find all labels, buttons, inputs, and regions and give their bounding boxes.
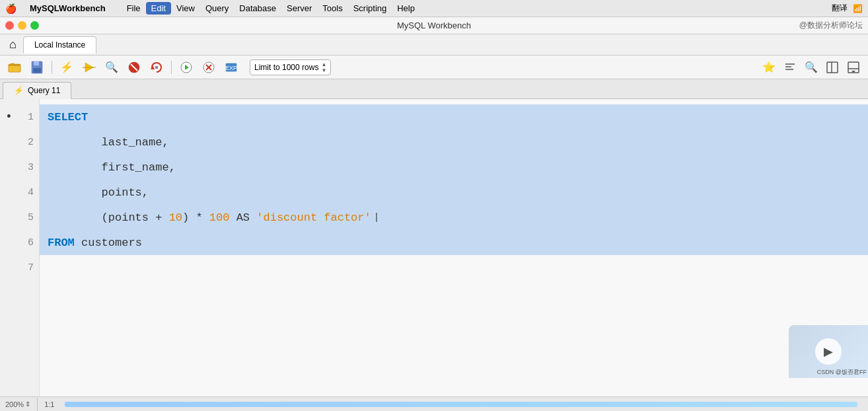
code-line-3: first_name, <box>40 155 868 180</box>
code-token-1-1: SELECT <box>48 111 88 124</box>
execute-sel-btn[interactable] <box>80 58 98 77</box>
limit-label: Limit to 1000 rows <box>254 63 318 72</box>
apple-logo: 🍎 <box>5 3 17 14</box>
code-token-5-3: ) * <box>182 211 209 224</box>
svg-marker-9 <box>151 65 155 69</box>
menu-edit[interactable]: Edit <box>146 2 171 15</box>
execute-all-btn[interactable]: ⚡ <box>57 58 76 77</box>
menu-file[interactable]: File <box>122 2 146 15</box>
code-token-5-4: 100 <box>209 211 230 224</box>
title-bar: MySQL Workbench @数据分析师论坛 <box>0 17 868 34</box>
favorite-btn[interactable]: ⭐ <box>760 58 778 77</box>
toolbar-right: ⭐ 🔍 <box>760 58 863 77</box>
tab-local-instance[interactable]: Local Instance <box>23 36 96 54</box>
close-button[interactable] <box>5 21 14 30</box>
translate-icon: 翻译 <box>832 3 848 14</box>
beautify-btn[interactable] <box>781 58 799 77</box>
menu-view[interactable]: View <box>171 2 200 15</box>
code-token-5-1: (points + <box>48 211 169 224</box>
menu-server[interactable]: Server <box>281 2 317 15</box>
svg-rect-3 <box>34 61 39 65</box>
output-toggle-btn[interactable] <box>844 58 863 77</box>
home-icon[interactable]: ⌂ <box>5 36 20 53</box>
menu-query[interactable]: Query <box>200 2 234 15</box>
explain-btn[interactable]: EXP <box>222 58 240 77</box>
query-tab-bar: ⚡ Query 11 <box>0 79 868 99</box>
line-num-7: 7 <box>0 255 39 280</box>
code-token-6-2: customers <box>75 237 142 249</box>
editor-area: 1 2 3 4 5 6 7 SELECT last_name, first_na… <box>0 99 868 396</box>
code-editor[interactable]: 1 2 3 4 5 6 7 SELECT last_name, first_na… <box>0 99 868 396</box>
zoom-control[interactable]: 200% ⇕ <box>5 400 30 408</box>
cursor-position: 1:1 <box>44 400 54 408</box>
cancel-btn[interactable] <box>199 58 218 77</box>
zoom-level: 200% <box>5 400 24 408</box>
code-token-2-1: last_name, <box>48 136 169 149</box>
line-num-2: 2 <box>0 130 39 155</box>
open-folder-btn[interactable] <box>5 58 24 77</box>
menu-help[interactable]: Help <box>392 2 420 15</box>
cursor-icon: | <box>374 212 379 223</box>
bottom-bar: 200% ⇕ 1:1 <box>0 396 868 411</box>
query-tab-11[interactable]: ⚡ Query 11 <box>3 82 71 99</box>
reconnect-btn[interactable] <box>147 58 166 77</box>
line-numbers: 1 2 3 4 5 6 7 <box>0 99 40 396</box>
menu-scripting[interactable]: Scripting <box>348 2 392 15</box>
svg-rect-1 <box>9 65 20 72</box>
code-token-5-5: AS <box>229 211 256 224</box>
line-num-1: 1 <box>0 104 39 130</box>
line-num-6: 6 <box>0 230 39 255</box>
line-num-5: 5 <box>0 205 39 230</box>
panel-toggle-btn[interactable] <box>823 58 842 77</box>
zoom-arrows[interactable]: ⇕ <box>25 400 30 408</box>
code-line-2: last_name, <box>40 130 868 155</box>
window-title: MySQL Workbench <box>397 20 471 30</box>
limit-arrows: ▲▼ <box>321 61 326 73</box>
code-token-3-1: first_name, <box>48 161 176 174</box>
wifi-icon: 📶 <box>853 4 863 13</box>
code-line-5: (points + 10) * 100 AS 'discount factor'… <box>40 205 868 230</box>
menu-database[interactable]: Database <box>234 2 281 15</box>
stop-btn[interactable] <box>125 58 143 77</box>
lightning-icon: ⚡ <box>14 86 24 95</box>
video-thumbnail[interactable]: ▶ CSDN @饭否君FF <box>789 325 868 378</box>
sql-toolbar: ⚡ 🔍 EXP Limit to 1000 rows ▲▼ ⭐ 🔍 <box>0 56 868 79</box>
play-button[interactable]: ▶ <box>815 338 842 365</box>
svg-rect-10 <box>155 66 158 69</box>
code-token-4-1: points, <box>48 186 149 199</box>
code-line-4: points, <box>40 180 868 205</box>
svg-rect-4 <box>33 68 41 73</box>
run-btn[interactable] <box>177 58 196 77</box>
csdn-watermark: CSDN @饭否君FF <box>817 368 867 377</box>
menu-tools[interactable]: Tools <box>317 2 347 15</box>
scroll-indicator[interactable] <box>65 402 857 407</box>
code-content[interactable]: SELECT last_name, first_name, points, (p… <box>40 99 868 396</box>
code-token-5-6: 'discount factor' <box>256 211 371 224</box>
code-token-5-2: 10 <box>169 211 182 224</box>
code-line-7 <box>40 255 868 280</box>
limit-select[interactable]: Limit to 1000 rows ▲▼ <box>250 59 331 75</box>
svg-text:EXP: EXP <box>225 65 237 71</box>
search-replace-btn[interactable]: 🔍 <box>102 58 121 77</box>
code-line-1: SELECT <box>40 104 868 130</box>
menu-bar: 🍎 MySQLWorkbench File Edit View Query Da… <box>0 0 868 17</box>
menu-bar-right: 翻译 📶 <box>832 3 863 14</box>
maximize-button[interactable] <box>30 21 39 30</box>
line-num-3: 3 <box>0 155 39 180</box>
sep2 <box>171 61 172 74</box>
minimize-button[interactable] <box>18 21 26 30</box>
watermark: @数据分析师论坛 <box>799 20 863 31</box>
code-line-6: FROM customers <box>40 230 868 255</box>
bottom-sep <box>37 398 38 411</box>
code-token-6-1: FROM <box>48 237 75 249</box>
svg-rect-21 <box>827 62 838 73</box>
save-btn[interactable] <box>28 58 46 77</box>
sep1 <box>52 61 52 74</box>
window-controls <box>5 21 39 30</box>
line-num-4: 4 <box>0 180 39 205</box>
app-name[interactable]: MySQLWorkbench <box>24 2 111 15</box>
query-tab-label: Query 11 <box>28 86 60 95</box>
zoom-btn[interactable]: 🔍 <box>802 58 820 77</box>
tab-bar: ⌂ Local Instance <box>0 34 868 56</box>
